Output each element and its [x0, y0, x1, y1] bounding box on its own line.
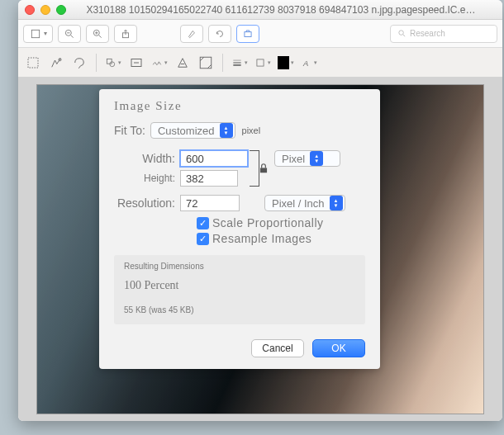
- fit-to-label: Fit To:: [114, 124, 150, 137]
- aspect-lock[interactable]: [248, 150, 269, 187]
- svg-line-5: [99, 35, 102, 37]
- width-input[interactable]: [180, 150, 248, 167]
- scale-proportionally-label: Scale Proportionally: [212, 216, 324, 229]
- markup-toolbar: A: [18, 48, 502, 78]
- separator: [96, 54, 97, 72]
- fit-to-select[interactable]: Customized ▲▼: [150, 122, 235, 139]
- markup-button[interactable]: [236, 25, 259, 43]
- rotate-button[interactable]: [208, 25, 231, 43]
- lock-icon: [258, 162, 269, 175]
- sign-tool-icon[interactable]: [151, 54, 168, 71]
- resolution-unit-select[interactable]: Pixel / Inch ▲▼: [264, 195, 345, 211]
- svg-rect-10: [245, 31, 251, 36]
- select-arrows-icon: ▲▼: [310, 151, 323, 166]
- resulting-dimensions-box: Resulting Dimensions 100 Percent 55 KB (…: [114, 255, 365, 324]
- adjust-size-icon[interactable]: [197, 54, 214, 71]
- resolution-unit-value: Pixel / Inch: [272, 197, 325, 210]
- zoom-out-button[interactable]: [58, 25, 81, 43]
- resulting-header: Resulting Dimensions: [124, 262, 355, 271]
- svg-line-2: [71, 35, 74, 37]
- color-swatch: [278, 56, 289, 69]
- svg-rect-25: [257, 59, 264, 65]
- window-title: X310188 1015029416502274​0 611612739 803…: [66, 4, 496, 16]
- text-tool-icon[interactable]: [128, 54, 145, 71]
- highlight-button[interactable]: [180, 25, 203, 43]
- view-mode-button[interactable]: [23, 25, 53, 43]
- titlebar: X310188 1015029416502274​0 611612739 803…: [18, 0, 502, 20]
- adjust-color-icon[interactable]: [174, 54, 191, 71]
- minimize-window-button[interactable]: [40, 5, 50, 15]
- image-size-dialog: Image Size Fit To: Customized ▲▼ pixel W…: [99, 89, 380, 369]
- svg-point-16: [110, 61, 115, 66]
- dialog-title: Image Size: [99, 89, 380, 120]
- svg-point-11: [399, 31, 404, 35]
- resulting-percent: 100 Percent: [124, 279, 355, 292]
- share-button[interactable]: [114, 25, 137, 43]
- separator: [222, 54, 223, 72]
- fit-unit-label: pixel: [242, 125, 261, 135]
- svg-line-12: [403, 35, 405, 36]
- scale-proportionally-checkbox[interactable]: [197, 217, 209, 229]
- ok-button[interactable]: OK: [312, 339, 365, 357]
- selection-tool-icon[interactable]: [25, 54, 41, 71]
- text-style-icon[interactable]: A: [301, 54, 317, 71]
- resample-images-checkbox[interactable]: [197, 233, 209, 245]
- svg-text:A: A: [302, 59, 308, 67]
- close-window-button[interactable]: [25, 5, 35, 15]
- lasso-icon[interactable]: [71, 54, 88, 71]
- line-style-icon[interactable]: [231, 54, 248, 71]
- width-unit-select[interactable]: Pixel ▲▼: [274, 150, 340, 167]
- width-unit-value: Pixel: [282, 153, 305, 165]
- cancel-button[interactable]: Cancel: [251, 339, 304, 357]
- maximize-window-button[interactable]: [56, 5, 66, 15]
- border-color-icon[interactable]: [254, 54, 271, 71]
- svg-rect-15: [107, 59, 112, 64]
- window-controls: [25, 5, 66, 15]
- resolution-input[interactable]: [180, 195, 240, 211]
- height-input[interactable]: [180, 170, 238, 187]
- fit-to-value: Customized: [158, 125, 215, 137]
- resample-images-label: Resample Images: [212, 232, 311, 245]
- search-placeholder: Research: [410, 29, 445, 38]
- fill-color-icon[interactable]: [278, 54, 294, 71]
- instant-alpha-icon[interactable]: [48, 54, 64, 71]
- svg-marker-19: [178, 58, 188, 67]
- svg-rect-27: [260, 168, 267, 173]
- shapes-tool-icon[interactable]: [105, 54, 121, 71]
- search-input[interactable]: Research: [390, 25, 497, 43]
- main-toolbar: Research: [18, 20, 502, 48]
- resolution-label: Resolution:: [114, 196, 180, 210]
- height-label: Height:: [114, 173, 180, 184]
- select-arrows-icon: ▲▼: [330, 196, 343, 210]
- width-label: Width:: [114, 152, 180, 165]
- dialog-buttons: Cancel OK: [99, 333, 380, 369]
- resulting-size: 55 KB (was 45 KB): [124, 305, 355, 314]
- select-arrows-icon: ▲▼: [220, 123, 233, 138]
- svg-rect-13: [28, 58, 38, 68]
- svg-rect-0: [31, 30, 39, 37]
- zoom-in-button[interactable]: [86, 25, 109, 43]
